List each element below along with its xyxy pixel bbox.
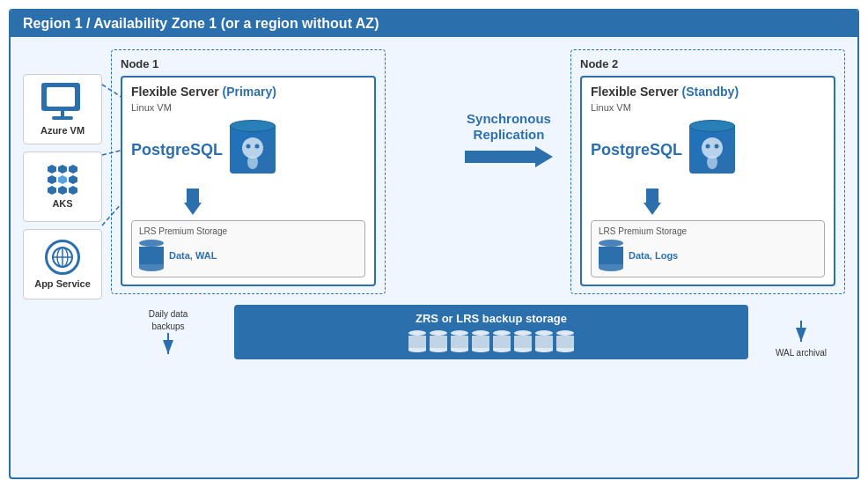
node1-container: Node 1 Flexible Server (Primary) Linux V… — [111, 49, 386, 294]
backup-cylinders — [408, 330, 574, 352]
diagram-wrapper: Region 1 / Availability Zone 1 (or a reg… — [0, 0, 868, 488]
backup-section: Daily data backups — [111, 305, 845, 359]
backup-cyl-1 — [408, 330, 426, 352]
node2-container: Node 2 Flexible Server (Standby) Linux V… — [570, 49, 845, 294]
backup-left-arrow — [151, 333, 186, 359]
sync-label: Synchronous Replication — [467, 111, 551, 143]
node2-server-title: Flexible Server (Standby) — [591, 85, 825, 99]
node2-storage-box: LRS Premium Storage Data, Logs — [591, 220, 825, 277]
node1-postgres-label: PostgreSQL — [131, 141, 223, 159]
backup-right-annotation: WAL archival — [757, 321, 845, 359]
nodes-area: Node 1 Flexible Server (Primary) Linux V… — [111, 49, 845, 359]
region-title: Region 1 / Availability Zone 1 (or a reg… — [23, 16, 379, 31]
svg-point-10 — [246, 144, 251, 149]
node2-storage-label: LRS Premium Storage — [599, 226, 817, 236]
client-aks: AKS — [23, 152, 102, 222]
backup-box-label: ZRS or LRS backup storage — [416, 312, 567, 325]
node1-vm-label: Linux VM — [131, 102, 365, 113]
svg-point-9 — [247, 155, 258, 169]
backup-right-arrow — [783, 321, 819, 347]
app-service-label: App Service — [34, 278, 91, 289]
outer-region: Region 1 / Availability Zone 1 (or a reg… — [9, 9, 859, 479]
backup-cyl-3 — [451, 330, 468, 352]
node1-db-icon — [139, 240, 164, 271]
node1-storage-label: LRS Premium Storage — [139, 226, 357, 236]
backup-cyl-8 — [556, 330, 574, 352]
diagram-body: Azure VM AKS — [11, 37, 857, 472]
backup-box: ZRS or LRS backup storage — [234, 305, 748, 359]
node2-pg-cylinder — [689, 120, 735, 180]
nodes-row: Node 1 Flexible Server (Primary) Linux V… — [111, 49, 845, 294]
svg-point-14 — [706, 144, 710, 149]
node1-storage-content: Data, WAL — [139, 240, 357, 271]
backup-left-label: Daily data backups — [149, 308, 188, 333]
aks-label: AKS — [52, 198, 72, 209]
node2-data-label: Data, Logs — [629, 250, 678, 261]
client-app-service: App Service — [23, 229, 102, 299]
backup-right-label: WAL archival — [776, 347, 827, 359]
node1-server-title: Flexible Server (Primary) — [131, 85, 365, 99]
sync-area: Synchronous Replication — [447, 49, 570, 167]
node1-storage-box: LRS Premium Storage Data, WAL — [131, 220, 365, 277]
backup-cyl-2 — [430, 330, 447, 352]
svg-point-13 — [707, 155, 717, 169]
node1-pg-cylinder — [230, 120, 276, 180]
app-service-icon — [45, 240, 80, 275]
node2-down-arrow — [644, 189, 661, 215]
node1-data-label: Data, WAL — [169, 250, 217, 261]
aks-icon — [48, 165, 77, 195]
node2-server-content: PostgreSQL — [591, 120, 825, 180]
backup-cyl-7 — [535, 330, 553, 352]
node1-server-content: PostgreSQL — [131, 120, 365, 180]
node2-db-icon — [599, 240, 623, 271]
backup-left-annotation: Daily data backups — [111, 308, 225, 359]
node2-storage-content: Data, Logs — [599, 240, 817, 271]
node2-postgres-label: PostgreSQL — [591, 141, 682, 159]
node1-server-box: Flexible Server (Primary) Linux VM Postg… — [121, 76, 376, 286]
node2-vm-label: Linux VM — [591, 102, 825, 113]
sync-arrow — [465, 146, 553, 167]
node2-server-box: Flexible Server (Standby) Linux VM Postg… — [580, 76, 835, 286]
azure-vm-label: Azure VM — [40, 125, 85, 136]
svg-point-15 — [715, 144, 719, 149]
node1-down-arrow — [184, 189, 202, 215]
node2-label: Node 2 — [580, 57, 835, 70]
backup-cyl-5 — [493, 330, 511, 352]
region-header: Region 1 / Availability Zone 1 (or a reg… — [11, 11, 857, 37]
backup-cyl-4 — [472, 330, 489, 352]
client-azure-vm: Azure VM — [23, 74, 102, 144]
clients-column: Azure VM AKS — [23, 74, 102, 299]
svg-point-11 — [255, 144, 260, 149]
node1-label: Node 1 — [121, 57, 376, 70]
backup-cyl-6 — [514, 330, 532, 352]
